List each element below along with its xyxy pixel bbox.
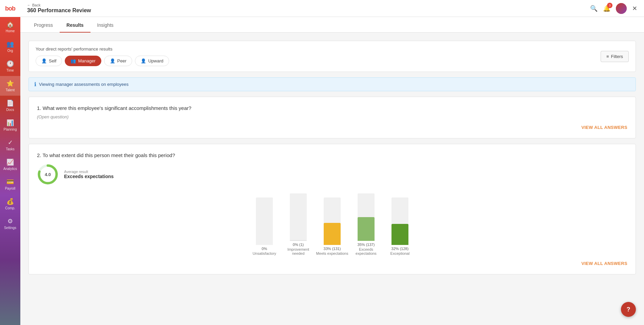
avatar[interactable] bbox=[616, 3, 627, 14]
filter-peer-button[interactable]: 👤 Peer bbox=[104, 56, 132, 66]
analytics-sidebar-label: Analytics bbox=[3, 167, 17, 171]
tab-results[interactable]: Results bbox=[60, 17, 90, 33]
main-content: ← Back 360 Performance Review 🔍 🔔 3 ✕ Pr… bbox=[20, 0, 644, 325]
bar-name-meets: Meets expectations bbox=[316, 251, 348, 255]
question2-title: 2. To what extent did this person meet t… bbox=[37, 152, 627, 158]
expand-icon[interactable]: ✕ bbox=[632, 5, 637, 12]
filter-row: Your direct reports' performance results… bbox=[28, 41, 636, 72]
comp-sidebar-label: Comp. bbox=[5, 206, 15, 210]
filter-self-button[interactable]: 👤 Self bbox=[36, 56, 62, 66]
org-sidebar-icon: 👥 bbox=[6, 40, 14, 48]
sidebar-item-talent[interactable]: ⭐ Talent bbox=[0, 76, 20, 96]
bar-stat-exceeds: 35% (137) bbox=[358, 243, 375, 247]
filter-upward-button[interactable]: 👤 Upward bbox=[135, 56, 169, 66]
sidebar-item-home[interactable]: 🏠 Home bbox=[0, 17, 20, 37]
sidebar-item-payroll[interactable]: 💳 Payroll bbox=[0, 174, 20, 194]
home-sidebar-label: Home bbox=[6, 29, 15, 33]
planning-sidebar-icon: 📊 bbox=[6, 119, 14, 127]
sidebar-item-time[interactable]: 🕐 Time bbox=[0, 56, 20, 76]
bar-col-meets: 33% (131)Meets expectations bbox=[315, 197, 349, 255]
filters-button[interactable]: ≡ Filters bbox=[601, 51, 629, 62]
back-arrow-icon: ← bbox=[27, 3, 31, 7]
subtitle: Your direct reports' performance results bbox=[36, 46, 113, 52]
manager-icon: 👥 bbox=[71, 58, 76, 63]
sidebar-item-org[interactable]: 👥 Org bbox=[0, 37, 20, 56]
question2-card: 2. To what extent did this person meet t… bbox=[28, 144, 636, 274]
question2-number: 2. bbox=[37, 152, 41, 158]
tabs-bar: Progress Results Insights bbox=[20, 17, 644, 33]
filter-row-left: Your direct reports' performance results… bbox=[36, 46, 169, 66]
search-icon[interactable]: 🔍 bbox=[590, 5, 598, 12]
bar-stat-improvement: 0% (1) bbox=[293, 243, 304, 247]
question2-view-all[interactable]: VIEW ALL ANSWERS bbox=[37, 261, 627, 266]
question1-card: 1. What were this employee's significant… bbox=[28, 97, 636, 138]
bar-col-unsatisfactory: 0%Unsatisfactory bbox=[247, 197, 281, 255]
bar-name-exceeds: Exceeds expectations bbox=[349, 247, 383, 255]
bar-wrapper-meets bbox=[324, 197, 341, 245]
sidebar: bob 🏠 Home 👥 Org 🕐 Time ⭐ Talent 📄 Docs … bbox=[0, 0, 20, 325]
avatar-image bbox=[616, 3, 627, 14]
bar-name-improvement: Improvement needed bbox=[281, 247, 315, 255]
donut-chart: 4.0 bbox=[37, 164, 59, 185]
logo-text: bob bbox=[5, 5, 15, 12]
avg-label: Average result bbox=[64, 170, 114, 174]
info-banner: ℹ Viewing manager assessments on employe… bbox=[28, 77, 636, 91]
tasks-sidebar-icon: ✓ bbox=[8, 139, 13, 146]
sidebar-item-analytics[interactable]: 📈 Analytics bbox=[0, 155, 20, 174]
analytics-sidebar-icon: 📈 bbox=[6, 158, 14, 166]
sidebar-item-docs[interactable]: 📄 Docs bbox=[0, 96, 20, 115]
bar-col-exceptional: 32% (128)Exceptional bbox=[383, 197, 417, 255]
tasks-sidebar-label: Tasks bbox=[6, 147, 15, 151]
org-sidebar-label: Org bbox=[7, 49, 13, 53]
sidebar-item-settings[interactable]: ⚙ Settings bbox=[0, 214, 20, 233]
back-link[interactable]: ← Back bbox=[27, 3, 91, 7]
topbar-left: ← Back 360 Performance Review bbox=[27, 3, 91, 14]
tab-progress[interactable]: Progress bbox=[27, 17, 60, 33]
app-logo[interactable]: bob bbox=[0, 0, 20, 17]
bar-fill-meets bbox=[324, 223, 341, 245]
info-banner-text: Viewing manager assessments on employees bbox=[39, 82, 128, 87]
docs-sidebar-icon: 📄 bbox=[6, 99, 14, 107]
sidebar-item-comp[interactable]: 💰 Comp. bbox=[0, 194, 20, 214]
question1-type: (Open question) bbox=[37, 114, 627, 119]
help-icon: ? bbox=[627, 306, 630, 313]
topbar-right: 🔍 🔔 3 ✕ bbox=[590, 3, 637, 14]
peer-icon: 👤 bbox=[110, 58, 115, 63]
bar-wrapper-improvement bbox=[290, 193, 307, 241]
home-sidebar-icon: 🏠 bbox=[6, 21, 14, 28]
filter-manager-button[interactable]: 👥 Manager bbox=[65, 56, 101, 66]
bar-stat-meets: 33% (131) bbox=[324, 247, 341, 251]
bar-name-exceptional: Exceptional bbox=[390, 251, 410, 255]
question1-view-all[interactable]: VIEW ALL ANSWERS bbox=[37, 125, 627, 130]
sidebar-item-tasks[interactable]: ✓ Tasks bbox=[0, 135, 20, 155]
planning-sidebar-label: Planning bbox=[4, 128, 17, 131]
comp-sidebar-icon: 💰 bbox=[6, 198, 14, 205]
bar-col-exceeds: 35% (137)Exceeds expectations bbox=[349, 193, 383, 255]
sidebar-item-planning[interactable]: 📊 Planning bbox=[0, 115, 20, 135]
help-button[interactable]: ? bbox=[621, 302, 636, 317]
notifications-icon[interactable]: 🔔 3 bbox=[603, 5, 610, 12]
back-label: Back bbox=[32, 3, 40, 7]
donut-value: 4.0 bbox=[45, 172, 51, 177]
bar-fill-exceeds bbox=[358, 217, 375, 241]
self-icon: 👤 bbox=[41, 58, 47, 63]
avg-value: Exceeds expectations bbox=[64, 174, 114, 179]
tab-insights[interactable]: Insights bbox=[90, 17, 120, 33]
time-sidebar-label: Time bbox=[6, 69, 14, 72]
bar-fill-exceptional bbox=[391, 224, 408, 245]
time-sidebar-icon: 🕐 bbox=[6, 60, 14, 68]
info-icon: ℹ bbox=[34, 81, 36, 88]
filter-icon: ≡ bbox=[606, 54, 609, 59]
upward-icon: 👤 bbox=[141, 58, 146, 63]
bar-stat-unsatisfactory: 0% bbox=[262, 247, 267, 251]
question2-text: To what extent did this person meet thei… bbox=[42, 152, 175, 158]
page-title: 360 Performance Review bbox=[27, 7, 91, 14]
payroll-sidebar-label: Payroll bbox=[5, 187, 16, 190]
filter-btn-group: 👤 Self 👥 Manager 👤 Peer 👤 Upward bbox=[36, 56, 169, 66]
question1-text: What were this employee's significant ac… bbox=[43, 105, 192, 111]
bar-wrapper-unsatisfactory bbox=[256, 197, 273, 245]
settings-sidebar-icon: ⚙ bbox=[7, 217, 13, 225]
rating-label: Average result Exceeds expectations bbox=[64, 170, 114, 179]
talent-sidebar-label: Talent bbox=[6, 88, 15, 92]
rating-section: 4.0 Average result Exceeds expectations bbox=[37, 164, 627, 185]
